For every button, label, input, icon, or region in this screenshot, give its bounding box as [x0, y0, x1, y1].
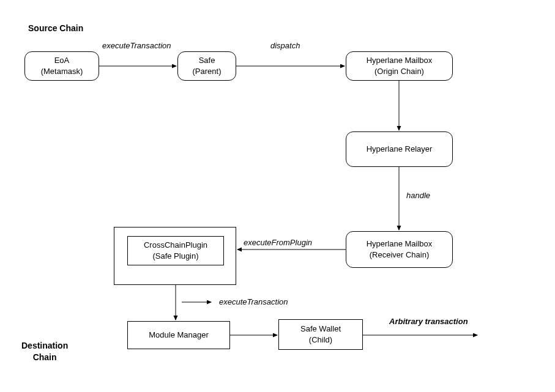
- node-safe-wallet-child: Safe Wallet (Child): [278, 319, 363, 350]
- node-safe-parent-line1: Safe: [199, 56, 215, 65]
- node-module-manager-label: Module Manager: [149, 330, 209, 341]
- node-hyperlane-relayer: Hyperlane Relayer: [346, 131, 453, 167]
- node-eoa-line1: EoA: [54, 56, 70, 65]
- node-relayer-label: Hyperlane Relayer: [367, 144, 433, 155]
- section-destination-line2: Chain: [33, 352, 57, 362]
- node-safe-wallet-line1: Safe Wallet: [300, 324, 341, 333]
- node-ccp-line2: (Safe Plugin): [152, 251, 198, 261]
- node-mailbox-receiver-line1: Hyperlane Mailbox: [367, 239, 433, 248]
- node-eoa-line2: (Metamask): [41, 67, 83, 76]
- node-hyperlane-mailbox-receiver: Hyperlane Mailbox (Receiver Chain): [346, 231, 453, 268]
- node-safe-parent-line2: (Parent): [193, 67, 222, 76]
- section-source-chain: Source Chain: [28, 23, 83, 33]
- edge-label-execute-transaction-1: executeTransaction: [102, 41, 171, 50]
- node-mailbox-receiver-line2: (Receiver Chain): [370, 250, 430, 259]
- edge-label-arbitrary-transaction: Arbitrary transaction: [389, 317, 468, 326]
- node-cross-chain-plugin: CrossChainPlugin (Safe Plugin): [127, 236, 224, 265]
- edge-label-handle: handle: [406, 191, 430, 200]
- edge-label-execute-transaction-2: executeTransaction: [219, 297, 288, 306]
- node-mailbox-origin-line1: Hyperlane Mailbox: [367, 56, 433, 65]
- node-safe-parent: Safe (Parent): [177, 51, 236, 81]
- node-mailbox-origin-line2: (Origin Chain): [374, 67, 424, 76]
- section-destination-chain: Destination Chain: [21, 340, 68, 363]
- section-destination-line1: Destination: [21, 341, 68, 350]
- node-hyperlane-mailbox-origin: Hyperlane Mailbox (Origin Chain): [346, 51, 453, 81]
- node-ccp-line1: CrossChainPlugin: [144, 240, 207, 250]
- edge-label-dispatch: dispatch: [270, 41, 300, 50]
- node-safe-wallet-line2: (Child): [309, 335, 332, 344]
- node-eoa-metamask: EoA (Metamask): [24, 51, 99, 81]
- edge-label-execute-from-plugin: executeFromPlugin: [244, 238, 312, 247]
- node-module-manager: Module Manager: [127, 321, 230, 349]
